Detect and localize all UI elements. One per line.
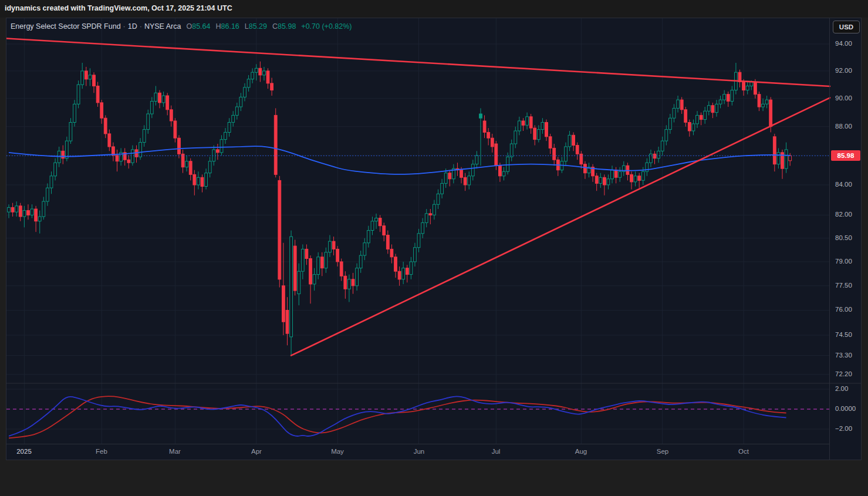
price-axis-label: 72.20 <box>835 370 852 377</box>
chart-canvas[interactable] <box>6 18 861 460</box>
chart-window: Energy Select Sector SPDR Fund·1D·NYSE A… <box>6 18 862 460</box>
time-axis-label-may: May <box>331 448 344 455</box>
time-axis-label-jul: Jul <box>492 448 501 455</box>
price-axis-label: 92.00 <box>835 67 852 74</box>
attribution-text: idynamics created with TradingView.com, … <box>5 4 232 12</box>
oscillator-slow-line[interactable] <box>9 396 786 438</box>
time-axis-label-apr: Apr <box>251 448 262 455</box>
price-axis-label: 88.00 <box>835 123 852 130</box>
high-value: 86.16 <box>221 22 239 31</box>
low-value: 85.29 <box>249 22 267 31</box>
indicator-axis-label: −2.00 <box>835 425 852 432</box>
legend-separator-2: · <box>140 22 142 31</box>
symbol-title[interactable]: Energy Select Sector SPDR Fund <box>11 22 121 31</box>
price-axis-label: 94.00 <box>835 40 852 47</box>
close-value: 85.98 <box>278 22 296 31</box>
moving-average-line[interactable] <box>9 146 790 174</box>
interval-label[interactable]: 1D <box>128 22 137 31</box>
symbol-legend[interactable]: Energy Select Sector SPDR Fund·1D·NYSE A… <box>11 22 352 31</box>
time-axis-label-sep: Sep <box>657 448 668 455</box>
trendline-upper-descending[interactable] <box>6 39 830 87</box>
low-letter: L <box>245 22 249 31</box>
price-axis-label: 73.30 <box>835 352 852 359</box>
open-letter: O <box>186 22 192 31</box>
close-letter: C <box>272 22 278 31</box>
price-axis-label: 74.50 <box>835 331 852 338</box>
currency-toggle-button[interactable]: USD <box>833 21 860 33</box>
attribution-bar: idynamics created with TradingView.com, … <box>0 0 868 18</box>
price-axis[interactable]: USD 94.0092.0090.0088.0084.0082.0080.507… <box>829 18 862 460</box>
legend-separator-1: · <box>123 22 126 31</box>
time-axis-label-oct: Oct <box>738 448 749 455</box>
time-axis-label-2025: 2025 <box>16 448 32 455</box>
price-axis-label: 76.00 <box>835 306 852 313</box>
time-axis-label-jun: Jun <box>414 448 425 455</box>
indicator-axis-label: 0.0000 <box>835 405 856 412</box>
time-axis-label-aug: Aug <box>575 448 587 455</box>
time-axis-label-mar: Mar <box>169 448 181 455</box>
price-axis-label: 84.00 <box>835 181 852 188</box>
price-axis-label: 79.00 <box>835 258 852 265</box>
open-value: 85.64 <box>192 22 210 31</box>
time-axis[interactable]: 2025FebMarAprMayJunJulAugSepOct <box>6 444 829 460</box>
indicator-axis-label: 2.00 <box>835 385 848 392</box>
time-axis-label-feb: Feb <box>96 448 107 455</box>
last-price-badge: 85.98 <box>831 150 860 161</box>
price-axis-label: 90.00 <box>835 95 852 102</box>
exchange-label: NYSE Arca <box>144 22 181 31</box>
footer: TradingView <box>0 460 868 496</box>
grid-lines <box>6 18 829 444</box>
price-axis-label: 77.50 <box>835 282 852 289</box>
high-letter: H <box>215 22 221 31</box>
price-axis-label: 82.00 <box>835 211 852 218</box>
change-value: +0.70 (+0.82%) <box>301 22 352 31</box>
price-axis-label: 80.50 <box>835 234 852 241</box>
candles-series <box>8 62 792 356</box>
